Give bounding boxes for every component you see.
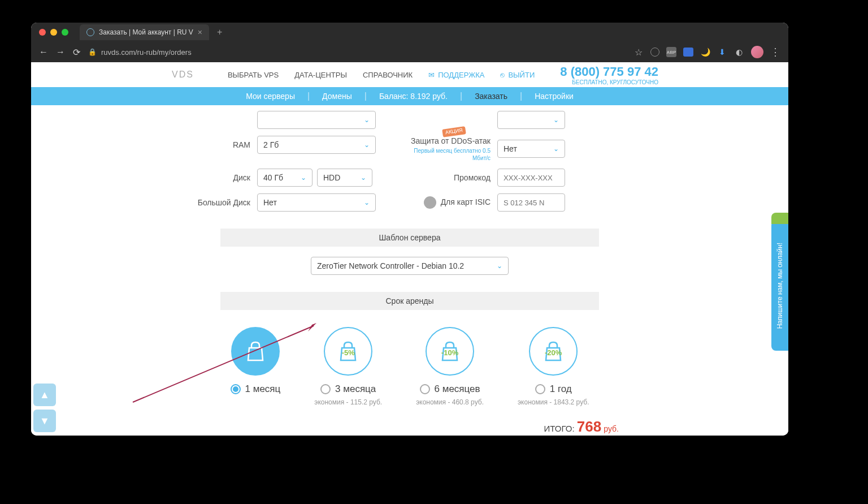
minimize-window-icon[interactable]: [50, 29, 57, 36]
radio-icon: [535, 384, 545, 394]
chevron-down-icon: ⌄: [553, 145, 559, 153]
chevron-down-icon: ⌄: [361, 174, 366, 182]
promo-label: Промокод: [410, 173, 497, 183]
browser-window: Заказать | Мой аккаунт | RU V × + ← → ⟳ …: [31, 23, 788, 436]
disk-type-select[interactable]: HDD ⌄: [317, 169, 372, 187]
account-subnav: Мои серверы | Домены | Баланс: 8.192 руб…: [31, 87, 788, 105]
new-tab-button[interactable]: +: [217, 27, 222, 37]
ddos-label: АКЦИЯ Защита от DDoS-атак Первый месяц б…: [410, 136, 497, 162]
back-button[interactable]: ←: [39, 47, 48, 57]
mail-icon: ✉: [428, 71, 435, 79]
ram-select[interactable]: 2 Гб ⌄: [257, 136, 376, 154]
order-form: ⌄ ⌄ RAM 2 Гб: [31, 105, 788, 406]
chevron-down-icon: ⌄: [301, 174, 306, 182]
url-field[interactable]: 🔒 ruvds.com/ru-rub/my/orders: [88, 48, 626, 57]
subnav-my-servers[interactable]: Мои серверы: [233, 92, 307, 101]
nav-reference[interactable]: СПРАВОЧНИК: [363, 71, 413, 79]
chevron-down-icon: ⌄: [364, 116, 370, 124]
forward-button[interactable]: →: [56, 47, 65, 57]
chevron-down-icon: ⌄: [553, 116, 559, 124]
chat-text: Напишите нам, мы онлайн!: [776, 243, 784, 329]
moon-icon[interactable]: 🌙: [700, 47, 710, 57]
bag-icon: [244, 340, 267, 363]
disk-size-select[interactable]: 40 Гб ⌄: [257, 169, 313, 187]
subnav-order[interactable]: Заказать: [462, 92, 520, 101]
isic-icon: [424, 196, 436, 209]
bigdisk-label: Большой Диск: [195, 198, 257, 208]
maximize-window-icon[interactable]: [62, 29, 68, 36]
titlebar: Заказать | Мой аккаунт | RU V × +: [31, 23, 788, 42]
ddos-select[interactable]: Нет ⌄: [497, 140, 565, 158]
reload-button[interactable]: ⟳: [73, 47, 80, 58]
favicon-icon: [86, 28, 94, 36]
phone-subtext: БЕСПЛАТНО, КРУГЛОСУТОЧНО: [560, 79, 658, 85]
isic-label: Для карт ISIC: [410, 196, 497, 209]
tab-close-icon[interactable]: ×: [198, 28, 202, 37]
rental-options: 1 месяц -5% 3 месяц: [195, 327, 624, 406]
ram-label: RAM: [195, 140, 257, 150]
translate-icon[interactable]: [683, 48, 693, 57]
nav-datacenters[interactable]: ДАТА-ЦЕНТРЫ: [294, 71, 347, 79]
total-block: ИТОГО: 768 руб.: [544, 418, 619, 436]
chevron-down-icon: ⌄: [497, 262, 502, 270]
radio-icon: [231, 384, 241, 394]
template-section-header: Шаблон сервера: [220, 229, 599, 247]
download-icon[interactable]: ⬇: [717, 47, 727, 57]
logout-icon: ⎋: [500, 71, 505, 79]
browser-tab[interactable]: Заказать | Мой аккаунт | RU V ×: [80, 24, 209, 40]
subnav-domains[interactable]: Домены: [310, 92, 364, 101]
select-top-left[interactable]: ⌄: [257, 111, 376, 129]
scroll-down-button[interactable]: ▼: [33, 410, 56, 432]
bigdisk-select[interactable]: Нет ⌄: [257, 193, 376, 212]
rental-option-1-month[interactable]: 1 месяц: [231, 327, 281, 406]
nav-logout[interactable]: ⎋ ВЫЙТИ: [500, 71, 535, 79]
address-bar: ← → ⟳ 🔒 ruvds.com/ru-rub/my/orders ☆ ABP…: [31, 42, 788, 62]
site-header: RU VDS ВЫБРАТЬ VPS ДАТА-ЦЕНТРЫ СПРАВОЧНИ…: [31, 62, 788, 87]
chevron-down-icon: ⌄: [364, 141, 370, 149]
subnav-balance[interactable]: Баланс: 8.192 руб.: [367, 92, 460, 101]
phone-block: 8 (800) 775 97 42 БЕСПЛАТНО, КРУГЛОСУТОЧ…: [560, 64, 658, 85]
tab-title: Заказать | Мой аккаунт | RU V: [99, 28, 193, 36]
abp-icon[interactable]: ABP: [666, 47, 676, 57]
rental-circle: -20%: [529, 327, 578, 376]
logo[interactable]: RU VDS: [170, 70, 194, 80]
page-content: RU VDS ВЫБРАТЬ VPS ДАТА-ЦЕНТРЫ СПРАВОЧНИ…: [31, 62, 788, 436]
template-select[interactable]: ZeroTier Network Controller - Debian 10.…: [311, 257, 509, 275]
profile-avatar[interactable]: [751, 46, 763, 58]
chat-widget[interactable]: Напишите нам, мы онлайн!: [771, 221, 788, 351]
chevron-down-icon: ⌄: [364, 199, 370, 206]
main-nav: ВЫБРАТЬ VPS ДАТА-ЦЕНТРЫ СПРАВОЧНИК ✉ ПОД…: [228, 71, 535, 79]
nav-choose-vps[interactable]: ВЫБРАТЬ VPS: [228, 71, 279, 79]
extension-icons: ☆ ABP 🌙 ⬇ ◐ ⋮: [633, 46, 780, 58]
url-text: ruvds.com/ru-rub/my/orders: [101, 48, 192, 57]
extension-icon[interactable]: ◐: [734, 47, 744, 57]
rental-option-6-months[interactable]: -10% 6 месяцев экономия - 460.8 руб.: [416, 327, 484, 406]
promo-input[interactable]: [497, 169, 565, 187]
logo-text: VDS: [172, 70, 194, 80]
rental-circle: -10%: [426, 327, 474, 376]
rental-option-1-year[interactable]: -20% 1 год экономия - 1843.2 руб.: [518, 327, 589, 406]
subnav-settings[interactable]: Настройки: [522, 92, 586, 101]
close-window-icon[interactable]: [39, 29, 46, 36]
lock-icon: 🔒: [88, 48, 97, 56]
rental-circle: [231, 327, 280, 376]
bookmark-icon[interactable]: ☆: [633, 47, 644, 57]
radio-icon: [320, 384, 331, 394]
rental-section-header: Срок аренды: [220, 292, 599, 310]
rental-option-3-months[interactable]: -5% 3 месяца экономия - 115.2 руб.: [314, 327, 382, 406]
rental-circle: -5%: [324, 327, 372, 376]
browser-menu-icon[interactable]: ⋮: [770, 47, 780, 57]
window-controls: [39, 29, 68, 36]
phone-number[interactable]: 8 (800) 775 97 42: [560, 64, 658, 79]
globe-icon[interactable]: [650, 48, 659, 57]
disk-label: Диск: [195, 173, 257, 183]
nav-support[interactable]: ✉ ПОДДЕРЖКА: [428, 71, 484, 79]
isic-input[interactable]: [497, 193, 565, 212]
radio-icon: [420, 384, 430, 394]
scroll-buttons: ▲ ▼: [33, 384, 56, 432]
select-top-right[interactable]: ⌄: [497, 111, 565, 129]
scroll-up-button[interactable]: ▲: [33, 384, 56, 406]
